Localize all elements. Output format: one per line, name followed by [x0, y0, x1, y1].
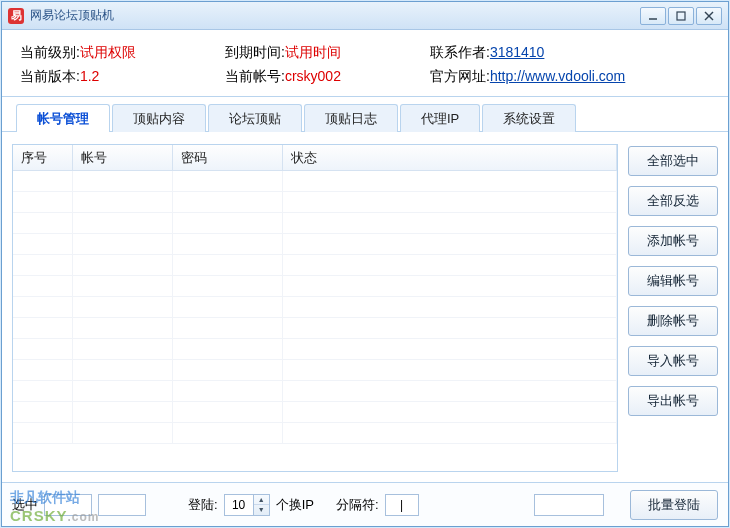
app-icon: 易	[8, 8, 24, 24]
invert-select-button[interactable]: 全部反选	[628, 186, 718, 216]
col-status[interactable]: 状态	[283, 145, 617, 170]
login-suffix: 个换IP	[276, 496, 314, 514]
separator-input[interactable]	[385, 494, 419, 516]
account-label: 当前帐号:	[225, 68, 285, 84]
table-header: 序号 帐号 密码 状态	[13, 145, 617, 171]
import-account-button[interactable]: 导入帐号	[628, 346, 718, 376]
table-row[interactable]	[13, 192, 617, 213]
table-row[interactable]	[13, 381, 617, 402]
site-link[interactable]: http://www.vdooli.com	[490, 68, 625, 84]
account-value: crsky002	[285, 68, 341, 84]
table-body[interactable]	[13, 171, 617, 471]
table-row[interactable]	[13, 339, 617, 360]
tab-bar: 帐号管理 顶贴内容 论坛顶贴 顶贴日志 代理IP 系统设置	[2, 97, 728, 132]
contact-link[interactable]: 3181410	[490, 44, 545, 60]
col-account[interactable]: 帐号	[73, 145, 173, 170]
select-from-input[interactable]	[44, 494, 92, 516]
col-index[interactable]: 序号	[13, 145, 73, 170]
table-row[interactable]	[13, 402, 617, 423]
login-count-spinner[interactable]: ▲▼	[254, 494, 270, 516]
minimize-button[interactable]	[640, 7, 666, 25]
close-button[interactable]	[696, 7, 722, 25]
side-buttons: 全部选中 全部反选 添加帐号 编辑帐号 删除帐号 导入帐号 导出帐号	[628, 144, 718, 472]
window-title: 网易论坛顶贴机	[30, 7, 640, 24]
version-label: 当前版本:	[20, 68, 80, 84]
maximize-button[interactable]	[668, 7, 694, 25]
tab-content[interactable]: 顶贴内容	[112, 104, 206, 132]
separator-label: 分隔符:	[336, 496, 379, 514]
level-value: 试用权限	[80, 44, 136, 60]
tab-settings[interactable]: 系统设置	[482, 104, 576, 132]
delete-account-button[interactable]: 删除帐号	[628, 306, 718, 336]
export-account-button[interactable]: 导出帐号	[628, 386, 718, 416]
tab-log[interactable]: 顶贴日志	[304, 104, 398, 132]
table-row[interactable]	[13, 423, 617, 444]
table-row[interactable]	[13, 276, 617, 297]
extra-input[interactable]	[534, 494, 604, 516]
account-table: 序号 帐号 密码 状态	[12, 144, 618, 472]
level-label: 当前级别:	[20, 44, 80, 60]
edit-account-button[interactable]: 编辑帐号	[628, 266, 718, 296]
table-row[interactable]	[13, 255, 617, 276]
table-row[interactable]	[13, 234, 617, 255]
select-to-input[interactable]	[98, 494, 146, 516]
expire-label: 到期时间:	[225, 44, 285, 60]
table-row[interactable]	[13, 171, 617, 192]
bottom-bar: 选中 登陆: ▲▼ 个换IP 分隔符: 批量登陆	[2, 482, 728, 526]
expire-value: 试用时间	[285, 44, 341, 60]
titlebar: 易 网易论坛顶贴机	[2, 2, 728, 30]
select-label: 选中	[12, 496, 38, 514]
table-row[interactable]	[13, 297, 617, 318]
site-label: 官方网址:	[430, 68, 490, 84]
batch-login-button[interactable]: 批量登陆	[630, 490, 718, 520]
version-value: 1.2	[80, 68, 99, 84]
col-password[interactable]: 密码	[173, 145, 283, 170]
login-label: 登陆:	[188, 496, 218, 514]
tab-accounts[interactable]: 帐号管理	[16, 104, 110, 132]
add-account-button[interactable]: 添加帐号	[628, 226, 718, 256]
login-count-input[interactable]	[224, 494, 254, 516]
table-row[interactable]	[13, 213, 617, 234]
table-row[interactable]	[13, 360, 617, 381]
svg-rect-1	[677, 12, 685, 20]
table-row[interactable]	[13, 318, 617, 339]
tab-bump[interactable]: 论坛顶贴	[208, 104, 302, 132]
contact-label: 联系作者:	[430, 44, 490, 60]
tab-proxy[interactable]: 代理IP	[400, 104, 480, 132]
info-panel: 当前级别:试用权限 到期时间:试用时间 联系作者:3181410 当前版本:1.…	[2, 30, 728, 97]
select-all-button[interactable]: 全部选中	[628, 146, 718, 176]
